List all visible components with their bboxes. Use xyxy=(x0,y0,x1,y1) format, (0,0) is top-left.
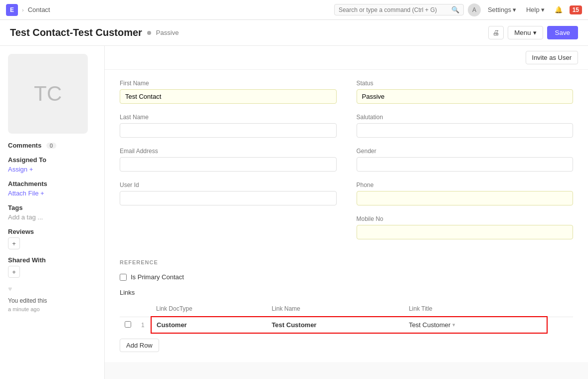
first-name-label: First Name xyxy=(120,80,337,87)
col-check-header xyxy=(120,301,136,317)
is-primary-checkbox[interactable] xyxy=(120,274,127,281)
heart-icon: ♥ xyxy=(8,285,96,293)
user-id-input[interactable] xyxy=(120,191,337,205)
invite-bar: Invite as User xyxy=(105,46,588,70)
help-chevron-icon: ▾ xyxy=(541,6,545,13)
col-title-header: Link Title xyxy=(404,301,547,317)
row-title-cell: Test Customer ▾ xyxy=(404,317,547,333)
breadcrumb-chevron: › xyxy=(22,7,24,13)
assign-link[interactable]: Assign + xyxy=(8,166,33,173)
phone-input[interactable] xyxy=(357,191,574,205)
phone-label: Phone xyxy=(357,182,574,189)
status-dot xyxy=(147,31,151,35)
search-icon: 🔍 xyxy=(451,6,459,13)
status-label: Passive xyxy=(156,29,179,36)
attachments-label: Attachments xyxy=(8,180,96,188)
mobile-input[interactable] xyxy=(357,225,574,239)
sidebar-assigned-to: Assigned To Assign + xyxy=(8,156,96,173)
last-name-field: Last Name xyxy=(120,114,337,138)
notifications-button[interactable]: 🔔 xyxy=(552,4,566,15)
first-name-input[interactable] xyxy=(120,89,337,104)
activity-time: a minute ago xyxy=(8,306,40,312)
search-bar[interactable]: 🔍 xyxy=(334,4,464,15)
activity-text: You edited this a minute ago xyxy=(8,297,96,314)
last-name-label: Last Name xyxy=(120,114,337,121)
settings-chevron-icon: ▾ xyxy=(513,6,516,13)
gender-field: Gender xyxy=(357,148,574,172)
status-field: Status xyxy=(357,80,574,104)
row-extra-cell xyxy=(547,317,574,333)
tags-placeholder[interactable]: Add a tag ... xyxy=(8,213,43,221)
salutation-field: Salutation xyxy=(357,114,574,138)
help-button[interactable]: Help ▾ xyxy=(523,4,548,15)
breadcrumb-contact[interactable]: Contact xyxy=(28,6,50,13)
spacer-field xyxy=(120,215,337,239)
print-button[interactable]: 🖨 xyxy=(488,26,504,39)
mobile-label: Mobile No xyxy=(357,215,574,222)
primary-contact-row: Is Primary Contact xyxy=(120,273,573,281)
header-actions: 🖨 Menu ▾ Save xyxy=(488,26,578,39)
gender-input[interactable] xyxy=(357,157,574,172)
add-row-button[interactable]: Add Row xyxy=(120,339,159,352)
menu-button[interactable]: Menu ▾ xyxy=(508,26,543,39)
email-input[interactable] xyxy=(120,157,337,172)
col-actions-header xyxy=(547,301,574,317)
links-table: Link DocType Link Name Link Title 1 Cust… xyxy=(120,301,573,334)
row-name-cell[interactable]: Test Customer xyxy=(267,317,404,333)
assigned-to-label: Assigned To xyxy=(8,156,96,164)
col-doctype-header: Link DocType xyxy=(151,301,267,317)
email-label: Email Address xyxy=(120,148,337,155)
invite-as-user-button[interactable]: Invite as User xyxy=(526,51,578,64)
app-icon-label: E xyxy=(10,6,14,13)
first-name-field: First Name xyxy=(120,80,337,104)
settings-button[interactable]: Settings ▾ xyxy=(485,4,519,15)
reviews-add-button[interactable]: + xyxy=(8,237,20,249)
col-num-header xyxy=(136,301,151,317)
attach-link[interactable]: Attach File + xyxy=(8,190,44,197)
user-id-label: User Id xyxy=(120,182,337,189)
last-name-input[interactable] xyxy=(120,123,337,138)
col-name-header: Link Name xyxy=(267,301,404,317)
menu-chevron-icon: ▾ xyxy=(533,29,537,36)
avatar[interactable]: A xyxy=(468,3,481,16)
sidebar: TC Comments 0 Assigned To Assign + Attac… xyxy=(0,46,105,379)
salutation-input[interactable] xyxy=(357,123,574,138)
search-input[interactable] xyxy=(339,6,448,13)
save-button[interactable]: Save xyxy=(547,26,578,39)
tags-label: Tags xyxy=(8,204,96,211)
app-icon[interactable]: E xyxy=(6,4,18,16)
print-icon: 🖨 xyxy=(493,29,499,36)
comments-count: 0 xyxy=(46,143,56,149)
contact-form: First Name Status Last Name Salutation E… xyxy=(105,70,588,249)
row-dropdown-icon[interactable]: ▾ xyxy=(452,322,455,328)
mobile-field: Mobile No xyxy=(357,215,574,239)
status-label-field: Status xyxy=(357,80,574,87)
is-primary-label: Is Primary Contact xyxy=(131,273,184,281)
table-row: 1 Customer Test Customer Test Customer ▾ xyxy=(120,317,573,333)
status-input[interactable] xyxy=(357,89,574,104)
avatar-box: TC xyxy=(8,54,88,134)
user-id-field: User Id xyxy=(120,182,337,205)
reference-section: REFERENCE Is Primary Contact Links Link … xyxy=(105,249,588,362)
phone-field: Phone xyxy=(357,182,574,205)
sidebar-shared-with: Shared With + xyxy=(8,256,96,278)
row-num-cell: 1 xyxy=(136,317,151,333)
sidebar-tags: Tags Add a tag ... xyxy=(8,204,96,221)
gender-label: Gender xyxy=(357,148,574,155)
shared-with-add-button[interactable]: + xyxy=(8,266,20,278)
page-header: Test Contact-Test Customer Passive 🖨 Men… xyxy=(0,20,588,46)
row-checkbox[interactable] xyxy=(125,321,131,328)
salutation-label: Salutation xyxy=(357,114,574,121)
reference-title: REFERENCE xyxy=(120,259,573,265)
comments-label: Comments xyxy=(8,142,41,149)
avatar-initials: TC xyxy=(34,82,62,106)
sidebar-reviews: Reviews + xyxy=(8,228,96,249)
row-doctype-cell[interactable]: Customer xyxy=(151,317,267,333)
sidebar-attachments: Attachments Attach File + xyxy=(8,180,96,197)
email-field: Email Address xyxy=(120,148,337,172)
main-layout: TC Comments 0 Assigned To Assign + Attac… xyxy=(0,46,588,379)
content-area: Invite as User First Name Status Last Na… xyxy=(105,46,588,379)
page-title: Test Contact-Test Customer xyxy=(10,27,142,38)
shared-with-label: Shared With xyxy=(8,256,96,264)
reviews-label: Reviews xyxy=(8,228,96,235)
